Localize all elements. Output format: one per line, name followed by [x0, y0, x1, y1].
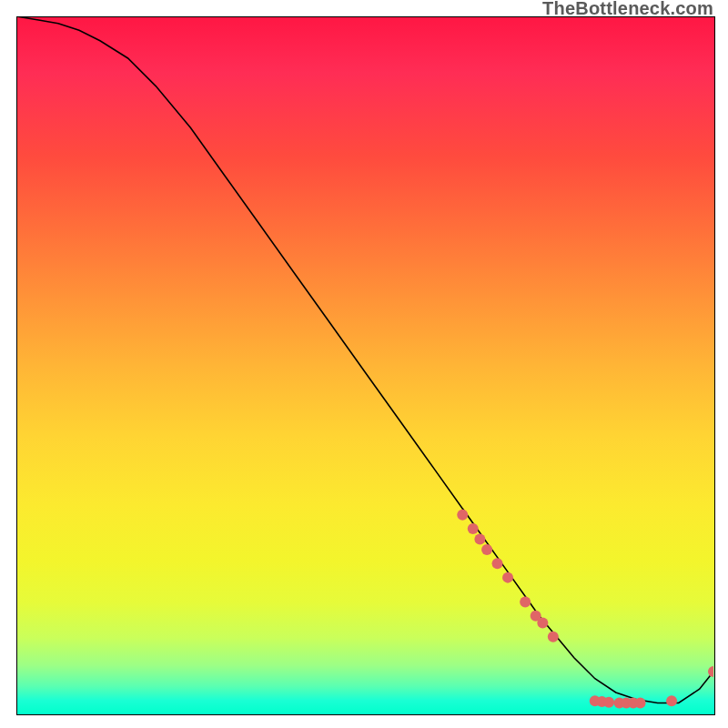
chart-marker	[474, 534, 485, 545]
chart-markers-group	[457, 510, 713, 709]
chart-curve	[16, 16, 713, 703]
chart-marker	[708, 666, 713, 677]
chart-svg	[16, 16, 713, 713]
chart-marker	[481, 544, 492, 555]
chart-marker	[520, 596, 531, 607]
watermark-text: TheBottleneck.com	[542, 0, 713, 19]
chart-marker	[502, 572, 513, 583]
chart-marker	[537, 617, 548, 628]
chart-marker	[457, 510, 468, 521]
chart-marker	[666, 695, 677, 706]
chart-marker	[635, 698, 646, 709]
chart-marker	[603, 697, 614, 708]
chart-marker	[492, 558, 503, 569]
chart-marker	[548, 632, 559, 642]
chart-marker	[468, 523, 479, 534]
chart-container: TheBottleneck.com	[0, 0, 728, 728]
